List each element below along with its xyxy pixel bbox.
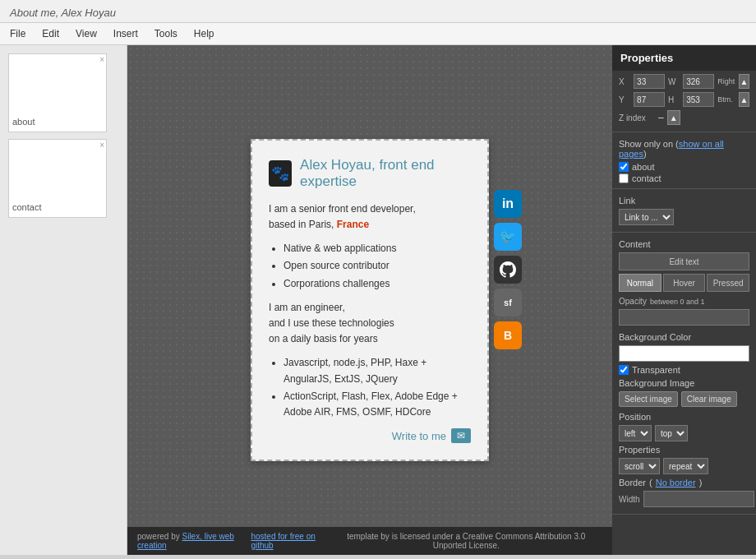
xy-row: X W Right ▲ <box>619 74 749 89</box>
card-body: I am a senior front end developer, based… <box>269 201 471 420</box>
title-bar: About me, Alex Hoyau <box>0 0 756 23</box>
h-input[interactable] <box>683 92 714 107</box>
email-icon: ✉ <box>451 428 471 443</box>
blogger-icon[interactable]: B <box>494 321 522 349</box>
clear-image-button[interactable]: Clear image <box>681 391 737 407</box>
app-title: About me, Alex Hoyau <box>10 7 116 19</box>
menu-bar: File Edit View Insert Tools Help <box>0 23 756 45</box>
list-item: Open source contributor <box>284 258 471 274</box>
transparent-checkbox[interactable] <box>619 365 629 375</box>
position-section: X W Right ▲ Y H Btm. ▲ Z index – ▲ <box>612 71 756 132</box>
github-link[interactable]: hosted for free on github <box>251 532 315 550</box>
y-input[interactable] <box>634 92 665 107</box>
canvas-footer: powered by Silex, live web creation host… <box>127 527 612 555</box>
right-panel: Properties X W Right ▲ Y H Btm. ▲ Z inde… <box>612 45 756 555</box>
canvas-area: 🐾 Alex Hoyau, front end expertise I am a… <box>127 45 612 555</box>
paw-icon: 🐾 <box>269 160 292 187</box>
link-label: Link <box>619 196 749 206</box>
link-select[interactable]: Link to ... <box>619 209 674 225</box>
repeat-select[interactable]: repeat <box>663 458 708 474</box>
linkedin-icon[interactable]: in <box>494 190 522 218</box>
bottom-stepper[interactable]: ▲ <box>739 92 749 107</box>
content-card[interactable]: 🐾 Alex Hoyau, front end expertise I am a… <box>251 139 489 461</box>
state-tabs: Normal Hover Pressed <box>619 274 749 292</box>
close-contact-icon[interactable]: × <box>99 141 104 150</box>
zindex-label: Z index <box>619 113 652 122</box>
link-section: Link Link to ... <box>612 189 756 233</box>
footer-left: powered by Silex, live web creation <box>137 532 251 550</box>
card-title: Alex Hoyau, front end expertise <box>300 157 471 190</box>
social-icons: in 🐦 sf B <box>494 190 522 349</box>
menu-file[interactable]: File <box>7 26 29 41</box>
link-dropdown: Link to ... <box>619 209 749 225</box>
list-item: Native & web applications <box>284 241 471 256</box>
right-label: Right <box>717 77 735 85</box>
show-about-checkbox[interactable] <box>619 162 629 172</box>
border-width-input[interactable] <box>643 491 754 507</box>
content-label: Content <box>619 239 749 249</box>
menu-edit[interactable]: Edit <box>39 26 62 41</box>
bg-color-swatch[interactable] <box>619 345 749 362</box>
x-input[interactable] <box>634 74 665 89</box>
border-row: Border (No border) <box>619 478 749 487</box>
tab-hover[interactable]: Hover <box>663 274 706 292</box>
opacity-input[interactable] <box>619 309 749 326</box>
tab-normal[interactable]: Normal <box>619 274 662 292</box>
card-header: 🐾 Alex Hoyau, front end expertise <box>269 157 471 190</box>
menu-help[interactable]: Help <box>191 26 218 41</box>
show-about-row: about <box>619 162 749 172</box>
zindex-stepper[interactable]: ▲ <box>667 110 680 125</box>
github-icon[interactable] <box>494 256 522 284</box>
pos-y-select[interactable]: top <box>655 425 688 441</box>
panel-header: Properties <box>612 45 756 71</box>
page-thumb-about[interactable]: × about <box>8 53 107 132</box>
close-about-icon[interactable]: × <box>99 56 104 64</box>
edit-text-button[interactable]: Edit text <box>619 252 749 270</box>
w-input[interactable] <box>683 74 714 89</box>
sourcefab-icon[interactable]: sf <box>494 289 522 316</box>
x-label: X <box>619 77 630 86</box>
list-skills: Native & web applications Open source co… <box>269 241 471 292</box>
list-tech: Javascript, node.js, PHP, Haxe + Angular… <box>269 355 471 420</box>
image-buttons: Select image Clear image <box>619 391 749 407</box>
opacity-row: Opacity between 0 and 1 <box>619 297 749 306</box>
pos-x-select[interactable]: left <box>619 425 652 441</box>
bg-color-label: Background Color <box>619 332 749 342</box>
page-label-contact: contact <box>12 201 103 214</box>
show-contact-row: contact <box>619 173 749 183</box>
list-item: ActionScript, Flash, Flex, Adobe Edge + … <box>284 389 471 420</box>
menu-tools[interactable]: Tools <box>151 26 181 41</box>
list-item: Corporations challenges <box>284 276 471 292</box>
props-label: Properties <box>619 445 749 455</box>
border-style-link[interactable]: No border <box>656 478 696 487</box>
tab-pressed[interactable]: Pressed <box>707 274 749 292</box>
main-layout: × about × contact 🐾 Alex Hoyau, front en… <box>0 45 756 555</box>
page-thumb-contact[interactable]: × contact <box>8 139 107 218</box>
show-only-section: Show only on (show on all pages) about c… <box>612 132 756 189</box>
h-label: H <box>668 95 680 104</box>
list-item: Javascript, node.js, PHP, Haxe + Angular… <box>284 355 471 386</box>
scroll-select[interactable]: scroll <box>619 458 660 474</box>
show-contact-checkbox[interactable] <box>619 173 629 183</box>
write-to-me[interactable]: Write to me ✉ <box>269 428 471 443</box>
wh-row: Y H Btm. ▲ <box>619 92 749 107</box>
show-only-label: Show only on (show on all pages) <box>619 139 749 159</box>
menu-insert[interactable]: Insert <box>110 26 141 41</box>
page-label-about: about <box>12 115 103 128</box>
bg-image-label: Background Image <box>619 378 749 388</box>
left-sidebar: × about × contact <box>0 45 127 555</box>
twitter-icon[interactable]: 🐦 <box>494 223 522 251</box>
bottom-label: Btm. <box>717 95 735 104</box>
scroll-repeat-selects: scroll repeat <box>619 458 749 474</box>
right-stepper[interactable]: ▲ <box>739 74 749 89</box>
transparent-row: Transparent <box>619 365 749 375</box>
select-image-button[interactable]: Select image <box>619 391 678 407</box>
content-section: Content Edit text Normal Hover Pressed O… <box>612 233 756 515</box>
y-label: Y <box>619 95 630 104</box>
zindex-row: Z index – ▲ <box>619 110 749 125</box>
position-selects: left top <box>619 425 749 441</box>
menu-view[interactable]: View <box>72 26 100 41</box>
footer-license: template by is licensed under a Creative… <box>330 532 603 550</box>
page-preview-contact <box>12 143 103 201</box>
width-row: Width ▲ <box>619 491 749 507</box>
